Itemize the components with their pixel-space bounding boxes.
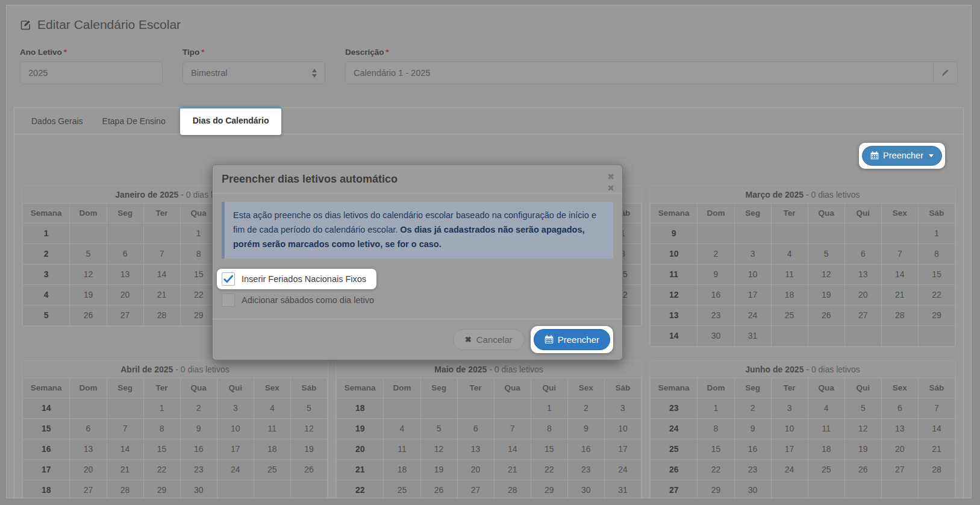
day-cell[interactable]: 29 <box>698 480 734 498</box>
feriados-checkbox[interactable] <box>222 272 235 286</box>
day-cell[interactable]: 13 <box>107 264 143 284</box>
day-cell[interactable]: 18 <box>384 459 420 480</box>
day-cell[interactable]: 6 <box>844 243 881 264</box>
day-cell[interactable]: 7 <box>107 418 143 439</box>
day-cell[interactable]: 7 <box>143 243 180 264</box>
day-cell[interactable]: 25 <box>808 459 844 480</box>
day-cell[interactable]: 25 <box>771 305 808 325</box>
day-cell[interactable]: 4 <box>771 243 808 264</box>
day-cell[interactable]: 24 <box>771 459 808 480</box>
day-cell[interactable]: 30 <box>567 480 604 498</box>
day-cell[interactable]: 23 <box>180 459 217 480</box>
tab-dados-gerais[interactable]: Dados Gerais <box>22 108 93 134</box>
day-cell[interactable]: 24 <box>604 459 641 480</box>
day-cell[interactable]: 13 <box>881 418 918 439</box>
day-cell[interactable]: 6 <box>457 418 494 439</box>
day-cell[interactable]: 13 <box>844 264 881 284</box>
day-cell[interactable]: 16 <box>734 439 771 459</box>
day-cell[interactable]: 27 <box>844 305 881 325</box>
day-cell[interactable]: 3 <box>604 398 641 418</box>
day-cell[interactable]: 14 <box>494 439 531 459</box>
close-icon[interactable]: ✖ <box>607 172 614 181</box>
day-cell[interactable]: 19 <box>420 459 457 480</box>
day-cell[interactable]: 25 <box>384 480 420 498</box>
day-cell[interactable]: 1 <box>531 398 567 418</box>
day-cell[interactable]: 7 <box>881 243 918 264</box>
day-cell[interactable]: 1 <box>698 398 734 418</box>
day-cell[interactable]: 12 <box>808 264 844 284</box>
day-cell[interactable]: 7 <box>918 398 955 418</box>
day-cell[interactable]: 26 <box>808 305 844 325</box>
tab-etapa-de-ensino[interactable]: Etapa De Ensino <box>93 108 175 134</box>
day-cell[interactable]: 26 <box>290 459 327 480</box>
day-cell[interactable]: 11 <box>771 264 808 284</box>
day-cell[interactable]: 26 <box>420 480 457 498</box>
day-cell[interactable]: 21 <box>881 284 918 305</box>
sabados-checkbox[interactable] <box>222 293 235 307</box>
day-cell[interactable]: 14 <box>143 264 180 284</box>
day-cell[interactable]: 12 <box>290 418 327 439</box>
day-cell[interactable]: 11 <box>384 439 420 459</box>
day-cell[interactable]: 8 <box>531 418 567 439</box>
day-cell[interactable]: 24 <box>217 459 254 480</box>
day-cell[interactable]: 31 <box>734 325 771 346</box>
day-cell[interactable]: 22 <box>531 459 567 480</box>
day-cell[interactable]: 26 <box>844 459 881 480</box>
day-cell[interactable]: 17 <box>734 284 771 305</box>
day-cell[interactable]: 9 <box>698 264 734 284</box>
day-cell[interactable]: 19 <box>808 284 844 305</box>
day-cell[interactable]: 11 <box>808 418 844 439</box>
day-cell[interactable]: 2 <box>567 398 604 418</box>
day-cell[interactable]: 11 <box>254 418 290 439</box>
day-cell[interactable]: 27 <box>457 480 494 498</box>
preencher-dropdown-button[interactable]: Preencher <box>862 146 942 166</box>
day-cell[interactable]: 16 <box>180 439 217 459</box>
day-cell[interactable]: 30 <box>180 480 217 498</box>
day-cell[interactable]: 20 <box>844 284 881 305</box>
day-cell[interactable]: 23 <box>698 305 734 325</box>
day-cell[interactable]: 6 <box>70 418 107 439</box>
day-cell[interactable]: 13 <box>70 439 107 459</box>
day-cell[interactable]: 3 <box>734 243 771 264</box>
day-cell[interactable]: 31 <box>604 480 641 498</box>
day-cell[interactable]: 8 <box>143 418 180 439</box>
day-cell[interactable]: 1 <box>918 223 955 243</box>
day-cell[interactable]: 29 <box>918 305 955 325</box>
day-cell[interactable]: 22 <box>143 459 180 480</box>
day-cell[interactable]: 19 <box>70 284 107 305</box>
day-cell[interactable]: 10 <box>604 418 641 439</box>
day-cell[interactable]: 17 <box>771 439 808 459</box>
day-cell[interactable]: 6 <box>881 398 918 418</box>
day-cell[interactable]: 21 <box>107 459 143 480</box>
day-cell[interactable]: 27 <box>881 459 918 480</box>
day-cell[interactable]: 19 <box>844 439 881 459</box>
day-cell[interactable]: 9 <box>734 418 771 439</box>
day-cell[interactable]: 8 <box>698 418 734 439</box>
day-cell[interactable]: 4 <box>254 398 290 418</box>
day-cell[interactable]: 2 <box>698 243 734 264</box>
day-cell[interactable]: 25 <box>254 459 290 480</box>
day-cell[interactable]: 14 <box>918 418 955 439</box>
day-cell[interactable]: 23 <box>567 459 604 480</box>
day-cell[interactable]: 28 <box>107 480 143 498</box>
tipo-select[interactable]: Bimestral <box>183 61 325 84</box>
day-cell[interactable]: 12 <box>70 264 107 284</box>
day-cell[interactable]: 12 <box>420 439 457 459</box>
day-cell[interactable]: 22 <box>918 284 955 305</box>
day-cell[interactable]: 1 <box>143 398 180 418</box>
day-cell[interactable]: 18 <box>254 439 290 459</box>
day-cell[interactable]: 15 <box>531 439 567 459</box>
day-cell[interactable]: 30 <box>698 325 734 346</box>
day-cell[interactable]: 27 <box>107 305 143 325</box>
day-cell[interactable]: 26 <box>70 305 107 325</box>
day-cell[interactable]: 19 <box>290 439 327 459</box>
ano-letivo-input[interactable]: 2025 <box>20 61 163 84</box>
day-cell[interactable]: 14 <box>107 439 143 459</box>
day-cell[interactable]: 10 <box>771 418 808 439</box>
day-cell[interactable]: 4 <box>384 418 420 439</box>
close-icon[interactable]: ✖ <box>607 184 614 192</box>
day-cell[interactable]: 28 <box>494 480 531 498</box>
day-cell[interactable]: 20 <box>881 439 918 459</box>
day-cell[interactable]: 27 <box>70 480 107 498</box>
day-cell[interactable]: 15 <box>143 439 180 459</box>
